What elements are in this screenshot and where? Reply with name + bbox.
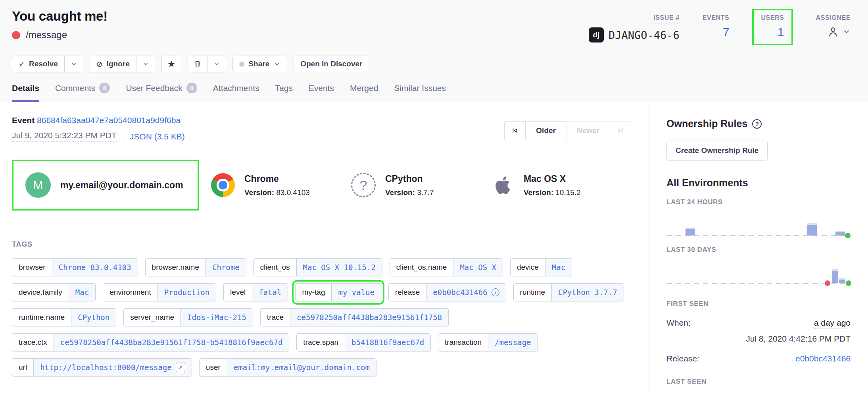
tag-value-link[interactable]: Chrome 83.0.4103	[52, 259, 138, 276]
delete-dropdown-button[interactable]	[207, 56, 226, 72]
issue-title: You caught me!	[12, 9, 108, 24]
tag-key: device	[511, 259, 545, 276]
first-seen-release-link[interactable]: e0b0bc431466	[795, 354, 851, 363]
tag-value: CPython 3.7.7	[558, 288, 617, 297]
tag-value-link[interactable]: my value	[331, 284, 381, 301]
browser-context-card: Chrome Version: 83.0.4103	[211, 173, 351, 197]
tab-details[interactable]: Details	[12, 83, 39, 102]
tab-tags[interactable]: Tags	[275, 83, 293, 102]
tag-pill-url: url http://localhost:8000/message ↗	[12, 358, 192, 377]
tag-pill-device: device Mac	[510, 258, 572, 276]
when-label: When:	[666, 318, 691, 328]
tag-value-link[interactable]: ce5978250aff4438ba283e91561f1758	[290, 309, 448, 326]
tag-value-link[interactable]: Idos-iMac-215	[181, 309, 253, 326]
tab-label: Details	[12, 83, 39, 93]
tab-comments[interactable]: Comments 0	[55, 83, 110, 102]
tag-key: server_name	[124, 309, 181, 326]
chart-bar	[807, 223, 817, 236]
tag-value-link[interactable]: fatal	[252, 284, 288, 301]
event-json-link[interactable]: JSON (3.5 KB)	[130, 132, 185, 141]
user-context-card-highlighted[interactable]: M my.email@your.domain.com	[12, 160, 199, 211]
tag-value-link[interactable]: http://localhost:8000/message ↗	[33, 359, 192, 376]
tag-value-link[interactable]: Mac	[69, 284, 95, 301]
chevron-down-icon	[273, 60, 280, 68]
tab-label: Similar Issues	[394, 83, 446, 93]
tag-value: Chrome 83.0.4103	[59, 263, 131, 272]
event-label: Event	[12, 116, 35, 125]
share-status-dot	[239, 62, 244, 67]
event-id-link[interactable]: 86684fa63aa047e7a0540801a9d9f6ba	[37, 116, 181, 125]
tags-list: browser Chrome 83.0.4103 browser.name Ch…	[12, 258, 631, 377]
events-count-link[interactable]: 7	[703, 25, 730, 39]
bookmark-star-button[interactable]: ★	[161, 56, 182, 72]
last-seen-heading: LAST SEEN	[666, 378, 851, 386]
create-ownership-rule-button[interactable]: Create Ownership Rule	[666, 141, 768, 160]
skip-to-last-icon	[616, 126, 625, 135]
tag-value-link[interactable]: CPython	[71, 309, 116, 326]
tag-value-link[interactable]: Production	[157, 284, 216, 301]
oldest-event-button[interactable]	[504, 121, 526, 140]
stat-users-highlighted: USERS 1	[752, 9, 793, 45]
ignore-button[interactable]: ⊘Ignore	[90, 56, 136, 72]
tab-events[interactable]: Events	[309, 83, 334, 102]
tag-value: Mac	[75, 288, 89, 297]
tag-value-link[interactable]: email:my.email@your.domain.com	[227, 359, 376, 376]
tag-value-link[interactable]: ce5978250aff4438ba283e91561f1758-b541881…	[54, 334, 289, 351]
user-avatar: M	[25, 172, 51, 198]
tag-value: my value	[338, 288, 374, 297]
check-icon: ✓	[19, 60, 25, 69]
tag-value: /message	[495, 338, 531, 347]
latest-event-button[interactable]	[610, 121, 631, 140]
ignore-dropdown-button[interactable]	[136, 56, 155, 72]
assignee-dropdown[interactable]	[816, 25, 851, 38]
chart-marker-first-seen	[825, 280, 830, 286]
external-link-icon[interactable]: ↗	[176, 363, 185, 372]
open-in-discover-button[interactable]: Open in Discover	[294, 56, 369, 72]
tag-value-link[interactable]: CPython 3.7.7	[551, 284, 624, 301]
tag-value-link[interactable]: Mac OS X 10.15.2	[296, 259, 382, 276]
chevron-down-icon	[70, 60, 77, 68]
chevron-down-icon	[142, 60, 149, 68]
tab-attachments[interactable]: Attachments	[213, 83, 259, 102]
first-seen-heading: FIRST SEEN	[666, 300, 851, 308]
os-context-card: Mac OS X Version: 10.15.2	[491, 174, 631, 197]
tag-value-link[interactable]: b5418816f9aec67d	[345, 334, 430, 351]
issue-number-label: ISSUE #	[653, 14, 680, 23]
tags-section-heading: TAGS	[12, 240, 631, 249]
tag-pill-browser.name: browser.name Chrome	[145, 258, 246, 276]
tag-key: device.family	[12, 284, 69, 301]
tag-pill-user: user email:my.email@your.domain.com	[199, 358, 376, 377]
chart-marker-latest-event	[845, 233, 851, 238]
tab-similar-issues[interactable]: Similar Issues	[394, 83, 446, 102]
tab-merged[interactable]: Merged	[350, 83, 378, 102]
tag-value-link[interactable]: Mac	[545, 259, 572, 276]
tag-value-link[interactable]: Chrome	[205, 259, 246, 276]
issue-short-id: DJANGO-46-6	[609, 29, 680, 41]
chart-bar	[686, 228, 695, 236]
tag-key: my-tag	[296, 284, 331, 301]
resolve-dropdown-button[interactable]	[64, 56, 83, 72]
chart-bar	[839, 278, 845, 283]
info-icon[interactable]: i	[492, 288, 499, 296]
django-platform-icon: dj	[589, 27, 604, 42]
users-count-link[interactable]: 1	[761, 25, 784, 39]
older-event-button[interactable]: Older	[525, 121, 567, 140]
tab-label: Comments	[55, 83, 96, 93]
help-question-icon[interactable]: ?	[752, 119, 762, 129]
chart-bar	[832, 269, 838, 283]
tag-value: e0b0bc431466	[433, 288, 487, 297]
divider	[123, 131, 123, 142]
delete-button[interactable]	[188, 56, 207, 72]
tab-user-feedback[interactable]: User Feedback 0	[126, 83, 197, 102]
tag-value-link[interactable]: Mac OS X	[453, 259, 503, 276]
tag-value-link[interactable]: /message	[488, 334, 538, 351]
tab-label: Merged	[350, 83, 378, 93]
resolve-button[interactable]: ✓Resolve	[12, 56, 65, 72]
version-label: Version:	[385, 188, 415, 197]
tag-value: ce5978250aff4438ba283e91561f1758	[297, 313, 442, 322]
stat-events: EVENTS 7	[703, 14, 730, 39]
tag-pill-client_os: client_os Mac OS X 10.15.2	[253, 258, 382, 276]
share-button[interactable]: Share	[232, 56, 287, 72]
tag-value-link[interactable]: e0b0bc431466 i	[426, 284, 505, 301]
newer-event-button[interactable]: Newer	[566, 121, 610, 140]
